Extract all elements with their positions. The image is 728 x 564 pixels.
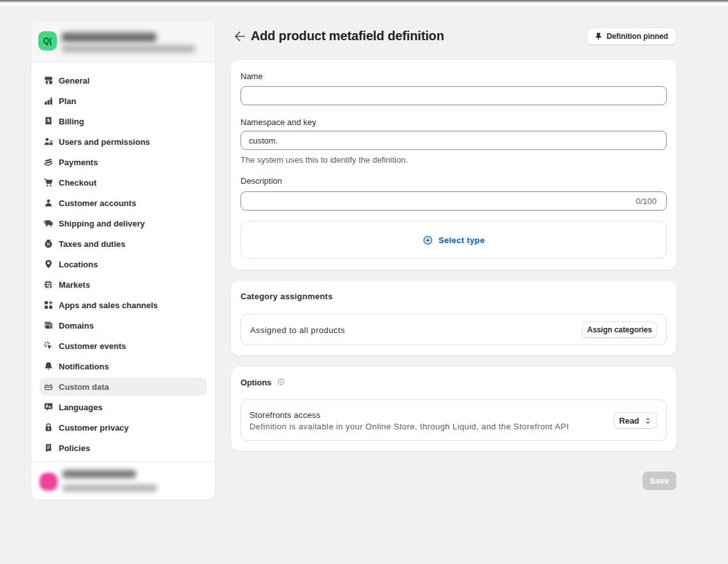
- svg-text:x: x: [48, 404, 51, 409]
- svg-text:A: A: [45, 404, 48, 408]
- svg-text:$: $: [49, 284, 52, 289]
